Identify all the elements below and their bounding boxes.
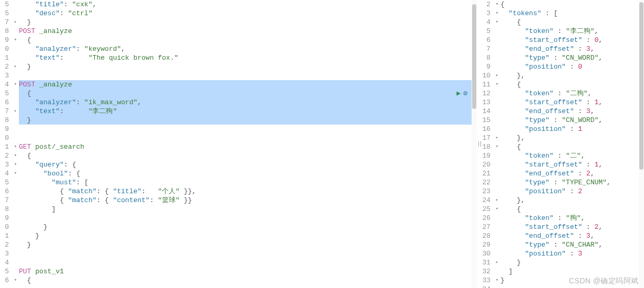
- line-number: 31: [482, 258, 490, 267]
- fold-toggle-icon[interactable]: [12, 18, 19, 27]
- scrollbar-thumb-left[interactable]: [472, 4, 476, 109]
- code-line[interactable]: },: [500, 134, 644, 142]
- fold-toggle-icon[interactable]: [12, 62, 19, 71]
- line-number: 23: [482, 187, 490, 196]
- fold-toggle-icon[interactable]: [12, 80, 19, 89]
- code-line[interactable]: "start_offset" : 2,: [500, 223, 644, 231]
- code-line[interactable]: ]: [19, 205, 477, 214]
- code-line[interactable]: "position" : 3: [500, 249, 644, 258]
- code-line[interactable]: "position" : 1: [500, 125, 644, 134]
- fold-toggle-icon[interactable]: [494, 0, 500, 9]
- code-line[interactable]: "end_offset" : 3,: [500, 107, 644, 116]
- code-line[interactable]: "position" : 0: [500, 62, 644, 71]
- pane-divider[interactable]: ||: [477, 0, 482, 288]
- fold-toggle-icon[interactable]: [12, 107, 19, 116]
- fold-toggle-icon[interactable]: [12, 169, 19, 178]
- scrollbar-right[interactable]: [639, 0, 644, 288]
- code-line[interactable]: GET post/_search: [19, 142, 477, 151]
- fold-spacer: [494, 285, 500, 288]
- code-line[interactable]: "analyzer": "keyword",: [19, 45, 477, 53]
- code-line[interactable]: {: [500, 205, 644, 214]
- code-token: "end_offset": [525, 45, 574, 53]
- code-line[interactable]: [19, 134, 477, 142]
- code-line[interactable]: {: [19, 151, 477, 160]
- code-line[interactable]: {: [500, 0, 644, 9]
- fold-toggle-icon[interactable]: [12, 36, 19, 45]
- fold-toggle-icon[interactable]: [494, 142, 500, 151]
- code-token: :: [64, 1, 72, 8]
- code-line[interactable]: "analyzer": "ik_max_word",: [19, 98, 477, 107]
- code-line[interactable]: }: [19, 223, 477, 231]
- code-line[interactable]: "end_offset" : 2,: [500, 169, 644, 178]
- run-query-icon[interactable]: ▶: [456, 89, 461, 98]
- code-line[interactable]: "token" : "二",: [500, 151, 644, 160]
- code-line[interactable]: "type" : "CN_CHAR",: [500, 240, 644, 249]
- code-line[interactable]: [19, 258, 477, 267]
- scrollbar-left[interactable]: [472, 0, 477, 288]
- code-line[interactable]: {: [19, 36, 477, 45]
- code-line[interactable]: PUT post_v1: [19, 267, 477, 276]
- code-line[interactable]: ]: [500, 267, 644, 276]
- fold-toggle-icon[interactable]: [494, 9, 500, 18]
- code-line[interactable]: },: [500, 196, 644, 205]
- code-line[interactable]: { "match": { "content": "篮球" }}: [19, 196, 477, 205]
- code-line[interactable]: "desc": "ctrl": [19, 9, 477, 18]
- code-line[interactable]: },: [500, 71, 644, 80]
- code-line[interactable]: POST _analyze: [19, 27, 477, 36]
- code-line[interactable]: "must": [: [19, 178, 477, 187]
- fold-toggle-icon[interactable]: [494, 18, 500, 27]
- code-line[interactable]: "position" : 2: [500, 187, 644, 196]
- code-line[interactable]: }: [500, 258, 644, 267]
- code-line[interactable]: {: [500, 80, 644, 89]
- code-line[interactable]: "query": {: [19, 160, 477, 169]
- fold-toggle-icon[interactable]: [12, 142, 19, 151]
- code-line[interactable]: "bool": {: [19, 169, 477, 178]
- fold-toggle-icon[interactable]: [494, 80, 500, 89]
- fold-toggle-icon[interactable]: [494, 276, 500, 285]
- code-line[interactable]: {: [500, 142, 644, 151]
- code-line[interactable]: [19, 249, 477, 258]
- code-line[interactable]: "start_offset" : 1,: [500, 98, 644, 107]
- fold-toggle-icon[interactable]: [12, 276, 19, 285]
- code-line[interactable]: "token" : "二狗",: [500, 89, 644, 98]
- scrollbar-thumb-right[interactable]: [639, 2, 643, 170]
- code-line[interactable]: "end_offset" : 3,: [500, 45, 644, 53]
- code-line[interactable]: }: [19, 62, 477, 71]
- code-line[interactable]: POST _analyze: [19, 80, 477, 89]
- response-content[interactable]: { "tokens" : [ { "token" : "李二狗", "start…: [500, 0, 644, 288]
- code-line[interactable]: "text": "The quick brown fox.": [19, 53, 477, 62]
- fold-toggle-icon[interactable]: [494, 258, 500, 267]
- divider-handle-icon[interactable]: ||: [477, 140, 481, 149]
- code-line[interactable]: "token" : "狗",: [500, 214, 644, 223]
- code-line[interactable]: [19, 71, 477, 80]
- code-line[interactable]: "token" : "李二狗",: [500, 27, 644, 36]
- fold-toggle-icon[interactable]: [494, 71, 500, 80]
- code-line[interactable]: [19, 214, 477, 223]
- request-editor-content[interactable]: "title": "cxk", "desc": "ctrl" }POST _an…: [19, 0, 477, 285]
- fold-gutter-left: [12, 0, 19, 285]
- fold-toggle-icon[interactable]: [12, 151, 19, 160]
- code-line[interactable]: {: [500, 18, 644, 27]
- fold-toggle-icon[interactable]: [494, 134, 500, 142]
- code-line[interactable]: "type" : "TYPE_CNUM",: [500, 178, 644, 187]
- code-line[interactable]: { "match": { "title": "个人" }},: [19, 187, 477, 196]
- code-line[interactable]: }: [19, 231, 477, 240]
- code-line[interactable]: "end_offset" : 3,: [500, 231, 644, 240]
- code-line[interactable]: "text": "李二狗": [19, 107, 477, 116]
- fold-toggle-icon[interactable]: [494, 196, 500, 205]
- code-line[interactable]: [19, 125, 477, 134]
- code-line[interactable]: "type" : "CN_WORD",: [500, 116, 644, 125]
- code-line[interactable]: {: [19, 276, 477, 285]
- code-line[interactable]: {: [19, 89, 477, 98]
- fold-toggle-icon[interactable]: [494, 205, 500, 214]
- code-line[interactable]: }: [19, 18, 477, 27]
- code-line[interactable]: "type" : "CN_WORD",: [500, 53, 644, 62]
- code-line[interactable]: }: [19, 240, 477, 249]
- settings-icon[interactable]: ⚙: [463, 89, 467, 98]
- code-line[interactable]: "title": "cxk",: [19, 0, 477, 9]
- code-line[interactable]: "tokens" : [: [500, 9, 644, 18]
- code-line[interactable]: "start_offset" : 1,: [500, 160, 644, 169]
- code-line[interactable]: "start_offset" : 0,: [500, 36, 644, 45]
- code-line[interactable]: }: [19, 116, 477, 125]
- fold-toggle-icon[interactable]: [12, 160, 19, 169]
